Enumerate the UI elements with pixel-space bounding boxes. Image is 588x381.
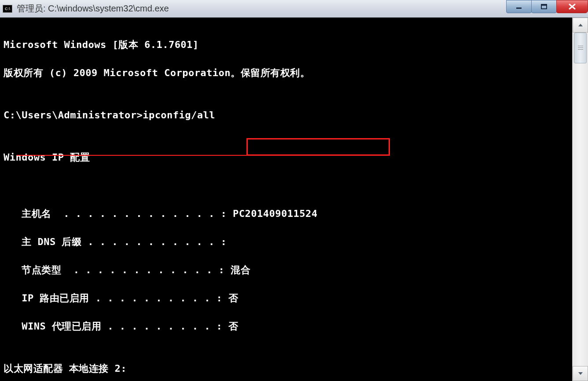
line-dns-suffix: 主 DNS 后缀 . . . . . . . . . . . : xyxy=(4,235,572,249)
console-area: Microsoft Windows [版本 6.1.7601] 版权所有 (c)… xyxy=(0,18,588,381)
cmd-icon: C:\ xyxy=(3,5,12,13)
scroll-down-button[interactable] xyxy=(573,366,588,381)
minimize-button[interactable] xyxy=(506,0,532,13)
scroll-thumb[interactable] xyxy=(574,33,587,63)
line-ip-routing: IP 路由已启用 . . . . . . . . . . : 否 xyxy=(4,291,572,305)
chevron-down-icon xyxy=(577,371,584,376)
line-adapter-header: 以太网适配器 本地连接 2: xyxy=(4,362,572,376)
maximize-button[interactable] xyxy=(531,0,557,13)
line-wins-proxy: WINS 代理已启用 . . . . . . . . . : 否 xyxy=(4,319,572,333)
svg-rect-2 xyxy=(541,4,547,6)
line-copyright: 版权所有 (c) 2009 Microsoft Corporation。保留所有… xyxy=(4,66,572,80)
window-titlebar[interactable]: C:\ 管理员: C:\windows\system32\cmd.exe xyxy=(0,0,588,18)
chevron-up-icon xyxy=(577,23,584,27)
svg-rect-0 xyxy=(516,7,522,9)
window-title: 管理员: C:\windows\system32\cmd.exe xyxy=(17,3,585,15)
line-section-header: Windows IP 配置 xyxy=(4,150,572,165)
line-prompt-command: C:\Users\Administrator>ipconfig/all xyxy=(4,108,572,122)
scroll-track[interactable] xyxy=(573,33,588,366)
terminal-output[interactable]: Microsoft Windows [版本 6.1.7601] 版权所有 (c)… xyxy=(0,18,572,381)
minimize-icon xyxy=(515,4,523,10)
scroll-up-button[interactable] xyxy=(573,18,588,33)
close-button[interactable] xyxy=(556,0,588,13)
window-controls xyxy=(507,0,588,13)
line-hostname: 主机名 . . . . . . . . . . . . . : PC201409… xyxy=(4,207,572,221)
line-node-type: 节点类型 . . . . . . . . . . . . : 混合 xyxy=(4,263,572,277)
vertical-scrollbar[interactable] xyxy=(572,18,588,381)
maximize-icon xyxy=(540,4,548,10)
close-icon xyxy=(568,3,577,10)
line-version: Microsoft Windows [版本 6.1.7601] xyxy=(4,38,572,52)
